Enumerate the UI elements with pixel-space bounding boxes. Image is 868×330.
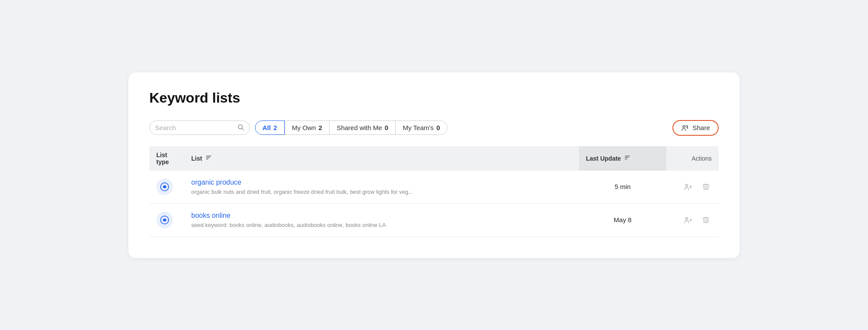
keyword-lists-table: List type List Last Update — [149, 146, 719, 237]
filter-tab-all[interactable]: All 2 — [255, 120, 285, 135]
toolbar-left: All 2 My Own 2 Shared with Me 0 My Team'… — [149, 120, 448, 135]
last-update-cell-2: May 8 — [579, 203, 666, 237]
svg-point-0 — [238, 125, 242, 129]
share-add-icon — [684, 216, 692, 224]
last-update-value-1: 5 min — [615, 183, 631, 190]
filter-tab-shared-with-me[interactable]: Shared with Me 0 — [329, 120, 396, 135]
filter-tab-my-own-label: My Own — [292, 124, 316, 131]
share-add-icon — [684, 182, 692, 191]
last-update-sort-icon[interactable] — [624, 155, 630, 162]
delete-row-button-2[interactable] — [700, 214, 712, 226]
filter-tab-my-own-count: 2 — [319, 124, 322, 131]
search-box — [149, 120, 250, 135]
delete-row-button-1[interactable] — [700, 181, 712, 192]
list-description-1: organic bulk nuts and dried fruit, organ… — [191, 189, 413, 195]
list-type-cell-2 — [149, 203, 184, 237]
filter-tabs: All 2 My Own 2 Shared with Me 0 My Team'… — [255, 120, 448, 135]
last-update-cell-1: 5 min — [579, 171, 666, 204]
list-name-link-2[interactable]: books online — [191, 212, 572, 220]
col-header-list-type: List type — [149, 146, 184, 171]
search-input[interactable] — [155, 124, 234, 131]
page-title: Keyword lists — [149, 90, 719, 106]
trash-icon — [702, 183, 710, 191]
list-cell-1: organic produce organic bulk nuts and dr… — [184, 171, 579, 204]
list-description-2: seed keyword: books online, audiobooks, … — [191, 222, 386, 228]
svg-point-16 — [685, 217, 688, 220]
share-row-button-1[interactable] — [682, 181, 694, 193]
keyword-list-icon — [160, 215, 169, 225]
share-button-label: Share — [692, 124, 710, 131]
list-name-link-1[interactable]: organic produce — [191, 179, 572, 186]
col-header-list: List — [184, 146, 579, 171]
filter-tab-all-label: All — [262, 124, 271, 131]
share-people-icon — [681, 124, 689, 132]
actions-cell-2 — [666, 203, 719, 237]
svg-line-1 — [242, 128, 243, 130]
main-card: Keyword lists All 2 My — [128, 72, 740, 258]
filter-tab-shared-with-me-count: 0 — [385, 124, 388, 131]
svg-point-10 — [164, 186, 165, 188]
filter-tab-my-own[interactable]: My Own 2 — [285, 120, 329, 135]
trash-icon — [702, 216, 710, 224]
svg-point-2 — [683, 125, 685, 127]
filter-tab-my-teams[interactable]: My Team's 0 — [395, 120, 447, 135]
filter-tab-my-teams-count: 0 — [436, 124, 440, 131]
list-type-cell-1 — [149, 171, 184, 204]
svg-point-11 — [685, 184, 688, 186]
list-type-icon-2 — [156, 212, 173, 228]
col-header-actions: Actions — [666, 146, 719, 171]
list-sort-icon[interactable] — [206, 155, 212, 162]
toolbar: All 2 My Own 2 Shared with Me 0 My Team'… — [149, 120, 719, 136]
last-update-value-2: May 8 — [614, 216, 632, 223]
actions-cell-1 — [666, 171, 719, 204]
search-button[interactable] — [237, 124, 244, 132]
list-type-icon-1 — [156, 179, 173, 195]
list-cell-2: books online seed keyword: books online,… — [184, 203, 579, 237]
filter-tab-all-count: 2 — [273, 124, 277, 131]
table-row: organic produce organic bulk nuts and dr… — [149, 171, 719, 204]
action-icons-2 — [673, 214, 712, 226]
col-header-last-update: Last Update — [579, 146, 666, 171]
keyword-list-icon — [160, 182, 169, 192]
share-row-button-2[interactable] — [682, 214, 694, 226]
table-row: books online seed keyword: books online,… — [149, 203, 719, 237]
search-icon — [237, 124, 244, 131]
svg-point-15 — [164, 219, 165, 221]
filter-tab-my-teams-label: My Team's — [403, 124, 434, 131]
action-icons-1 — [673, 181, 712, 193]
share-button[interactable]: Share — [672, 120, 719, 136]
filter-tab-shared-with-me-label: Shared with Me — [337, 124, 382, 131]
